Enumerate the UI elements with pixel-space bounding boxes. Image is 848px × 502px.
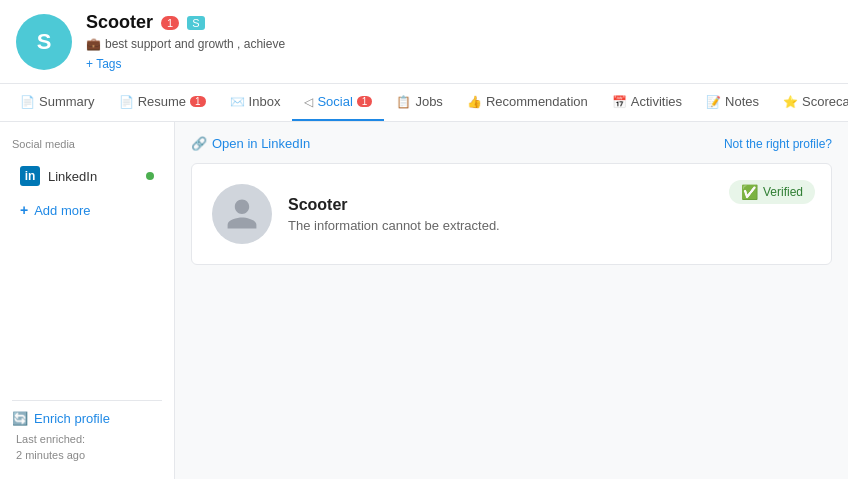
external-link-icon: 🔗 [191,136,207,151]
tags-row[interactable]: + Tags [86,57,285,71]
enrich-icon: 🔄 [12,411,28,426]
content-area: 🔗 Open in LinkedIn Not the right profile… [175,122,848,479]
avatar: S [16,14,72,70]
add-more-button[interactable]: + Add more [12,196,162,224]
recommendation-icon: 👍 [467,95,482,109]
linkedin-label: LinkedIn [48,169,138,184]
tabs-bar: 📄 Summary 📄 Resume 1 ✉️ Inbox ◁ Social 1… [0,84,848,122]
social-icon: ◁ [304,95,313,109]
linkedin-avatar [212,184,272,244]
sidebar-bottom: 🔄 Enrich profile Last enriched: 2 minute… [12,400,162,463]
activities-icon: 📅 [612,95,627,109]
social-badge: 1 [357,96,373,107]
tab-scorecards[interactable]: ⭐ Scorecards [771,84,848,121]
main-content: Social media in LinkedIn + Add more 🔄 En… [0,122,848,479]
tab-notes[interactable]: 📝 Notes [694,84,771,121]
inbox-icon: ✉️ [230,95,245,109]
profile-header: S Scooter 1 S 💼 best support and growth … [0,0,848,84]
briefcase-icon: 💼 [86,37,101,51]
summary-icon: 📄 [20,95,35,109]
open-linkedin-link[interactable]: 🔗 Open in LinkedIn [191,136,310,151]
resume-icon: 📄 [119,95,134,109]
enrich-profile-button[interactable]: 🔄 Enrich profile [12,411,162,426]
sidebar-section-title: Social media [12,138,162,150]
sidebar-item-linkedin[interactable]: in LinkedIn [12,160,162,192]
linkedin-icon: in [20,166,40,186]
content-header: 🔗 Open in LinkedIn Not the right profile… [191,136,832,151]
not-right-profile-link[interactable]: Not the right profile? [724,137,832,151]
verified-badge: ✅ Verified [729,180,815,204]
header-subtitle: 💼 best support and growth , achieve [86,37,285,51]
candidate-name: Scooter [86,12,153,33]
jobs-icon: 📋 [396,95,411,109]
tab-summary[interactable]: 📄 Summary [8,84,107,121]
header-info: Scooter 1 S 💼 best support and growth , … [86,12,285,71]
badge-num: 1 [161,16,179,30]
scorecards-icon: ⭐ [783,95,798,109]
tab-social[interactable]: ◁ Social 1 [292,84,384,121]
linkedin-active-dot [146,172,154,180]
tab-recommendation[interactable]: 👍 Recommendation [455,84,600,121]
linkedin-profile-card: Scooter The information cannot be extrac… [191,163,832,265]
plus-icon: + [20,202,28,218]
tab-jobs[interactable]: 📋 Jobs [384,84,454,121]
check-icon: ✅ [741,184,758,200]
profile-desc: The information cannot be extracted. [288,218,811,233]
tab-resume[interactable]: 📄 Resume 1 [107,84,218,121]
enrich-sub: Last enriched: 2 minutes ago [12,432,162,463]
tab-activities[interactable]: 📅 Activities [600,84,694,121]
badge-s: S [187,16,204,30]
tags-button[interactable]: + Tags [86,57,285,71]
sidebar: Social media in LinkedIn + Add more 🔄 En… [0,122,175,479]
tab-inbox[interactable]: ✉️ Inbox [218,84,293,121]
resume-badge: 1 [190,96,206,107]
notes-icon: 📝 [706,95,721,109]
name-row: Scooter 1 S [86,12,285,33]
